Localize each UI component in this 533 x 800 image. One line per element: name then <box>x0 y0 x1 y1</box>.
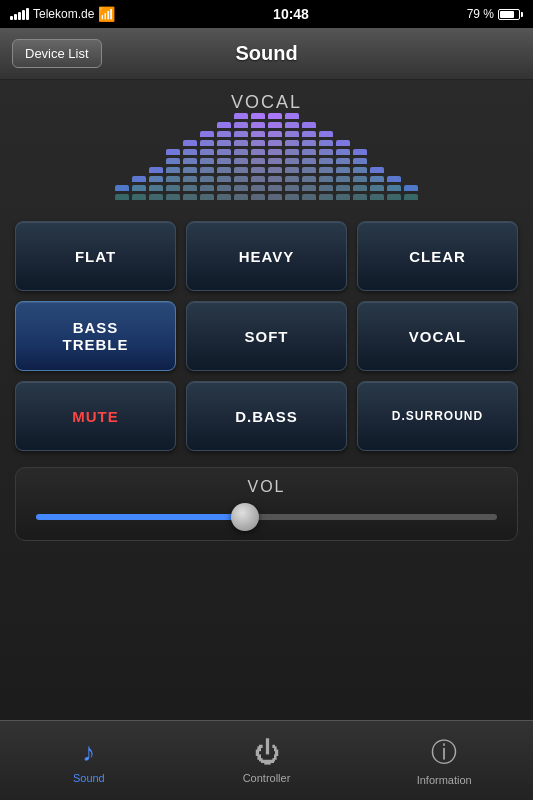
bass-treble-button[interactable]: BASSTREBLE <box>15 301 176 371</box>
eq-bar-group <box>115 185 129 201</box>
heavy-button[interactable]: HEAVY <box>186 221 347 291</box>
dsurround-button[interactable]: D.SURROUND <box>357 381 518 451</box>
status-left: Telekom.de 📶 <box>10 6 115 22</box>
volume-slider[interactable] <box>36 514 497 520</box>
button-grid: FLAT HEAVY CLEAR BASSTREBLE SOFT VOCAL M… <box>15 221 518 451</box>
eq-bar-group <box>234 113 248 201</box>
tab-bar: ♪ Sound ⏻ Controller ⓘ Information <box>0 720 533 800</box>
flat-button[interactable]: FLAT <box>15 221 176 291</box>
eq-label: VOCAL <box>231 92 302 113</box>
eq-bar-group <box>285 113 299 201</box>
clear-button[interactable]: CLEAR <box>357 221 518 291</box>
controller-tab-label: Controller <box>243 772 291 784</box>
eq-bar-group <box>166 149 180 201</box>
dbass-button[interactable]: D.BASS <box>186 381 347 451</box>
eq-bar-group <box>268 113 282 201</box>
eq-bar-group <box>183 140 197 201</box>
eq-bar-group <box>149 167 163 201</box>
eq-bar-group <box>251 113 265 201</box>
vocal-button[interactable]: VOCAL <box>357 301 518 371</box>
eq-section: VOCAL <box>15 92 518 205</box>
eq-bar-group <box>302 122 316 201</box>
tab-information[interactable]: ⓘ Information <box>355 727 533 794</box>
soft-button[interactable]: SOFT <box>186 301 347 371</box>
vol-section: VOL <box>15 467 518 541</box>
device-list-button[interactable]: Device List <box>12 39 102 68</box>
time-display: 10:48 <box>273 6 309 22</box>
mute-button[interactable]: MUTE <box>15 381 176 451</box>
eq-bar-group <box>404 185 418 201</box>
vol-slider-container <box>36 506 497 524</box>
vol-label: VOL <box>247 478 285 496</box>
information-tab-label: Information <box>417 774 472 786</box>
eq-bar-group <box>132 176 146 201</box>
tab-controller[interactable]: ⏻ Controller <box>178 729 356 792</box>
battery-icon <box>498 9 523 20</box>
nav-bar: Device List Sound <box>0 28 533 80</box>
battery-percent: 79 % <box>467 7 494 21</box>
tab-sound[interactable]: ♪ Sound <box>0 729 178 792</box>
eq-bar-group <box>319 131 333 201</box>
controller-tab-icon: ⏻ <box>254 737 280 768</box>
status-right: 79 % <box>467 7 523 21</box>
eq-bar-group <box>217 122 231 201</box>
signal-bars-icon <box>10 8 29 20</box>
sound-tab-label: Sound <box>73 772 105 784</box>
eq-bar-group <box>353 149 367 201</box>
wifi-icon: 📶 <box>98 6 115 22</box>
sound-tab-icon: ♪ <box>82 737 95 768</box>
carrier-label: Telekom.de <box>33 7 94 21</box>
eq-bar-group <box>336 140 350 201</box>
eq-bar-group <box>370 167 384 201</box>
information-tab-icon: ⓘ <box>431 735 457 770</box>
main-content: VOCAL FLAT HEAVY CLEAR BASSTREBLE SOFT V… <box>0 80 533 720</box>
status-bar: Telekom.de 📶 10:48 79 % <box>0 0 533 28</box>
eq-visualizer <box>57 121 477 201</box>
eq-bar-group <box>200 131 214 201</box>
page-title: Sound <box>235 42 297 65</box>
eq-bar-group <box>387 176 401 201</box>
